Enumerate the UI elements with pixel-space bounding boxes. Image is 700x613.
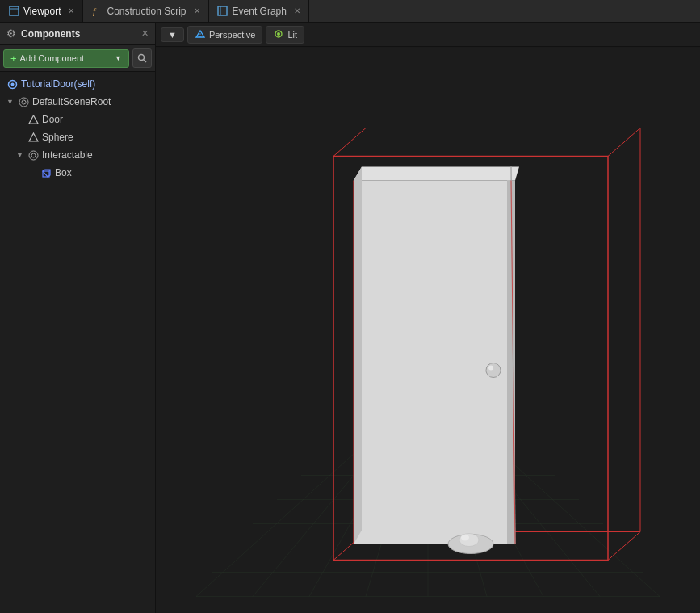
tab-viewport[interactable]: Viewport ✕ [0, 0, 83, 22]
add-component-label: Add Component [20, 53, 85, 63]
svg-point-55 [488, 366, 493, 371]
tab-event-graph[interactable]: Event Graph ✕ [209, 0, 309, 22]
perspective-button[interactable]: Perspective [187, 26, 262, 44]
component-tree: TutorialDoor(self) ▼ DefaultSceneRoot Do… [0, 72, 155, 613]
door-node-icon [27, 114, 39, 125]
svg-text:f: f [93, 6, 97, 16]
tab-construction-script[interactable]: f Construction Scrip ✕ [83, 0, 208, 22]
perspective-label: Perspective [209, 30, 255, 40]
svg-rect-49 [354, 181, 511, 544]
tab-bar: Viewport ✕ f Construction Scrip ✕ Event … [0, 0, 700, 23]
perspective-icon [195, 28, 206, 41]
svg-marker-52 [354, 167, 362, 544]
svg-point-22 [277, 32, 280, 36]
svg-point-58 [461, 535, 469, 541]
scene-root-expand-arrow: ▼ [6, 98, 15, 106]
viewport-options-button[interactable]: ▼ [161, 27, 184, 42]
viewport-panel: ▼ Perspective Lit [156, 23, 700, 613]
tree-item-default-scene-root[interactable]: ▼ DefaultSceneRoot [0, 93, 155, 111]
component-search-button[interactable] [132, 48, 152, 68]
svg-point-54 [486, 363, 501, 378]
lit-button[interactable]: Lit [266, 26, 304, 44]
svg-point-5 [139, 55, 145, 61]
lit-label: Lit [287, 30, 297, 40]
tree-item-door-label: Door [42, 114, 63, 125]
components-panel: ⚙ Components ✕ + Add Component ▼ [0, 23, 156, 613]
tree-item-box[interactable]: Box [0, 164, 155, 182]
tree-item-scene-root-label: DefaultSceneRoot [32, 96, 111, 107]
add-component-arrow-icon: ▼ [115, 54, 122, 62]
tree-item-sphere-label: Sphere [42, 132, 73, 143]
svg-marker-11 [29, 115, 38, 124]
tree-item-interactable-label: Interactable [42, 149, 93, 161]
svg-point-10 [22, 100, 26, 104]
svg-rect-0 [10, 6, 19, 15]
components-panel-header: ⚙ Components ✕ [0, 23, 155, 45]
viewport-tab-icon [8, 6, 19, 17]
interactable-expand-arrow: ▼ [16, 151, 24, 159]
tab-viewport-label: Viewport [23, 6, 61, 17]
svg-point-13 [29, 151, 38, 160]
tab-construction-close[interactable]: ✕ [194, 6, 200, 15]
svg-rect-3 [218, 6, 227, 15]
components-panel-close[interactable]: ✕ [141, 28, 149, 39]
svg-point-14 [31, 153, 36, 157]
tree-item-box-label: Box [55, 167, 72, 178]
scene-root-node-icon [18, 96, 29, 107]
tree-item-interactable[interactable]: ▼ Interactable [0, 146, 155, 164]
viewport-canvas[interactable] [156, 47, 700, 613]
tree-item-door[interactable]: Door [0, 111, 155, 128]
self-node-icon [6, 78, 18, 90]
add-component-button[interactable]: + Add Component ▼ [3, 49, 129, 68]
main-layout: ⚙ Components ✕ + Add Component ▼ [0, 23, 700, 613]
construction-tab-icon: f [91, 6, 103, 17]
viewport-controls: ▼ Perspective Lit [156, 23, 700, 47]
lit-icon [273, 28, 284, 41]
tab-event-graph-close[interactable]: ✕ [294, 6, 300, 15]
tab-event-graph-label: Event Graph [233, 6, 287, 17]
viewport-options-arrow: ▼ [168, 30, 177, 40]
tab-viewport-close[interactable]: ✕ [68, 6, 74, 15]
svg-line-6 [144, 60, 147, 63]
svg-marker-12 [29, 133, 38, 141]
components-panel-icon: ⚙ [6, 27, 16, 40]
search-icon [137, 53, 147, 63]
viewport-scene [156, 47, 700, 613]
svg-marker-51 [354, 167, 519, 181]
tree-item-self[interactable]: TutorialDoor(self) [0, 75, 155, 93]
add-component-plus-icon: + [10, 52, 17, 65]
tab-construction-label: Construction Scrip [107, 6, 186, 17]
tree-item-self-label: TutorialDoor(self) [21, 78, 95, 90]
components-panel-title: Components [21, 28, 136, 40]
add-component-bar: + Add Component ▼ [0, 45, 155, 72]
sphere-node-icon [27, 132, 39, 143]
svg-rect-50 [507, 181, 515, 544]
event-graph-tab-icon [217, 6, 228, 17]
box-node-icon [40, 167, 52, 178]
tree-item-sphere[interactable]: Sphere [0, 128, 155, 146]
interactable-node-icon [27, 149, 39, 161]
svg-point-8 [10, 82, 14, 86]
svg-point-9 [19, 98, 28, 107]
